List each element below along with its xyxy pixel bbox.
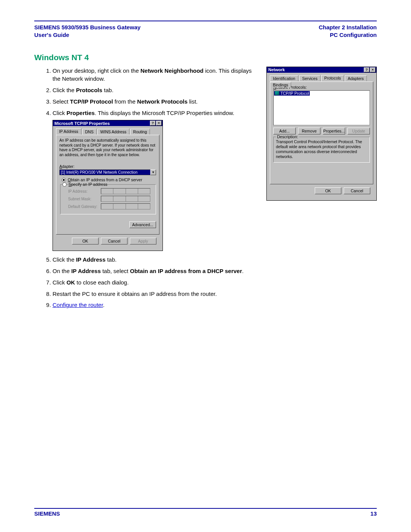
tab-services[interactable]: Services: [299, 75, 320, 81]
protocols-listbox[interactable]: TCP/IP Protocol: [273, 90, 370, 125]
tab-ip-address[interactable]: IP Address: [56, 128, 81, 135]
step-7: Click OK to close each dialog.: [53, 278, 256, 287]
footer-brand: SIEMENS: [34, 510, 60, 517]
list-item[interactable]: TCP/IP Protocol: [274, 91, 310, 96]
step-3: Select TCP/IP Protocol from the Network …: [53, 97, 256, 106]
protocol-icon: [275, 91, 279, 95]
radio-specify-ip[interactable]: Specify an IP address: [62, 182, 153, 187]
step-4: Click Properties. This displays the Micr…: [53, 109, 256, 117]
remove-button[interactable]: Remove: [298, 128, 320, 134]
page-header: SIEMENS 5930/5935 Business GatewayUser's…: [34, 24, 377, 39]
tab-bindings[interactable]: Bindings: [270, 82, 291, 88]
default-gateway-input: [101, 203, 150, 209]
radio-icon: [62, 178, 66, 182]
step-9: Configure the router.: [53, 301, 256, 309]
radio-obtain-dhcp[interactable]: Obtain an IP address from a DHCP server: [62, 177, 156, 182]
description-text: Transport Control Protocol/Internet Prot…: [276, 139, 367, 160]
ip-address-label: IP Address:: [68, 189, 99, 193]
description-label: Description:: [276, 134, 299, 139]
tcpip-info-text: An IP address can be automatically assig…: [59, 138, 156, 157]
subnet-mask-label: Subnet Mask:: [68, 197, 99, 201]
tab-adapters[interactable]: Adapters: [345, 75, 367, 81]
subnet-mask-input: [101, 196, 150, 202]
cancel-button[interactable]: Cancel: [101, 238, 127, 244]
header-left-1: SIEMENS 5930/5935 Business Gateway: [34, 24, 140, 30]
network-title: Network: [268, 67, 285, 72]
close-icon[interactable]: ×: [370, 67, 376, 72]
tab-identification[interactable]: Identification: [270, 75, 298, 81]
adapter-label: Adapter:: [59, 164, 156, 169]
close-icon[interactable]: ×: [156, 121, 162, 126]
add-button[interactable]: Add...: [273, 128, 296, 134]
chevron-down-icon[interactable]: ▼: [150, 169, 156, 175]
update-button[interactable]: Update: [347, 128, 370, 134]
section-heading: Windows NT 4: [34, 53, 377, 62]
tcpip-title: Microsoft TCP/IP Properties: [54, 121, 110, 126]
step-2: Click the Protocols tab.: [53, 86, 256, 94]
help-icon[interactable]: ?: [150, 121, 156, 126]
default-gateway-label: Default Gateway:: [68, 204, 99, 209]
tab-wins[interactable]: WINS Address: [97, 129, 129, 134]
network-dialog: Network ? × Identification Services Prot…: [266, 67, 377, 201]
header-right-1: Chapter 2 Installation: [319, 24, 377, 30]
cancel-button[interactable]: Cancel: [344, 187, 370, 194]
ok-button[interactable]: OK: [315, 187, 341, 194]
step-6: On the IP Address tab, select Obtain an …: [53, 267, 256, 275]
advanced-button[interactable]: Advanced...: [129, 221, 156, 228]
adapter-combobox[interactable]: [1] Intel(R) PRO/100 VM Network Connecti…: [59, 169, 156, 175]
radio-icon: [62, 182, 67, 187]
properties-button[interactable]: Properties...: [323, 128, 345, 134]
tab-protocols[interactable]: Protocols: [321, 75, 344, 81]
adapter-value: [1] Intel(R) PRO/100 VM Network Connecti…: [59, 169, 150, 175]
step-1: On your desktop, right click on the Netw…: [53, 67, 256, 83]
apply-button[interactable]: Apply: [130, 238, 156, 244]
step-8: Restart the PC to ensure it obtains an I…: [53, 290, 256, 298]
tcpip-properties-dialog: Microsoft TCP/IP Properties ? × IP Addre…: [53, 120, 163, 251]
page-number: 13: [370, 510, 377, 517]
step-5: Click the IP Address tab.: [53, 256, 256, 264]
help-icon[interactable]: ?: [364, 67, 370, 72]
tab-routing[interactable]: Routing: [130, 129, 150, 134]
configure-router-link[interactable]: Configure the router: [53, 302, 103, 308]
ip-address-input: [101, 188, 150, 194]
ok-button[interactable]: OK: [72, 238, 99, 244]
header-right-2: PC Configuration: [330, 32, 377, 38]
tab-dns[interactable]: DNS: [82, 129, 97, 134]
header-left-2: User's Guide: [34, 32, 69, 38]
